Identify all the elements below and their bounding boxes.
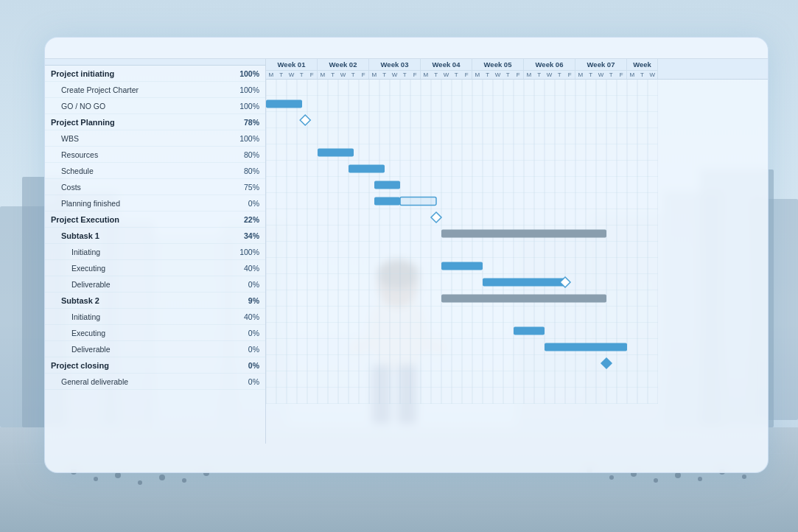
task-name-cell: Executing <box>51 264 215 273</box>
task-row: Initiating100% <box>45 244 265 260</box>
day-label: M <box>627 71 637 79</box>
task-name-cell: Deliverable <box>51 280 215 289</box>
task-progress-cell: 0% <box>215 329 259 337</box>
day-labels-row: MTWTF <box>524 71 575 79</box>
svg-point-16 <box>94 477 98 481</box>
chart-row <box>266 128 658 144</box>
day-labels-row: MTWTF <box>575 71 626 79</box>
chart-row <box>266 307 658 323</box>
week-column: Week 04MTWTF <box>421 59 472 79</box>
day-label: T <box>637 71 648 79</box>
day-label: W <box>338 71 349 79</box>
task-name-cell: Create Project Charter <box>51 85 215 94</box>
task-row: Create Project Charter100% <box>45 82 265 98</box>
task-row: WBS100% <box>45 130 265 147</box>
task-row: Resources80% <box>45 147 265 163</box>
day-label: T <box>296 71 307 79</box>
day-labels-row: MTWTF <box>369 71 420 79</box>
chart-row <box>266 242 658 258</box>
task-row: Project initiating100% <box>45 66 265 82</box>
chart-row <box>266 323 658 339</box>
panel-title <box>45 38 768 49</box>
day-label: F <box>307 71 317 79</box>
task-progress-cell: 80% <box>215 150 259 159</box>
day-label: T <box>451 71 461 79</box>
chart-row <box>266 339 658 355</box>
week-label: Week 06 <box>524 59 575 71</box>
chart-row <box>266 112 658 128</box>
day-label: T <box>554 71 564 79</box>
task-progress-cell: 0% <box>215 199 259 208</box>
task-row: Project Planning78% <box>45 114 265 130</box>
task-progress-cell: 0% <box>215 280 259 289</box>
week-column: Week 02MTWTF <box>318 59 369 79</box>
week-column: Week 06MTWTF <box>524 59 575 79</box>
task-name-cell: Initiating <box>51 248 215 256</box>
task-row: Schedule80% <box>45 163 265 179</box>
day-label: M <box>421 71 431 79</box>
task-name-cell: Executing <box>51 329 215 337</box>
task-row: GO / NO GO100% <box>45 98 265 114</box>
chart-row <box>266 290 658 307</box>
chart-row <box>266 161 658 177</box>
day-label: T <box>586 71 596 79</box>
day-labels-row: MTWTF <box>318 71 368 79</box>
day-label: F <box>616 71 626 79</box>
task-progress-cell: 9% <box>215 296 259 305</box>
chart-row <box>266 274 658 290</box>
day-label: M <box>318 71 328 79</box>
task-name-cell: Project Execution <box>51 215 215 224</box>
day-label: F <box>513 71 523 79</box>
chart-row <box>266 371 658 388</box>
week-headers: Week 01MTWTFWeek 02MTWTFWeek 03MTWTFWeek… <box>266 59 768 80</box>
day-label: T <box>328 71 338 79</box>
day-label: T <box>606 71 616 79</box>
task-name-cell: General deliverable <box>51 377 215 386</box>
day-labels-row: MTW <box>627 71 657 79</box>
day-label: F <box>410 71 420 79</box>
day-label: F <box>461 71 472 79</box>
week-column: Week 03MTWTF <box>369 59 421 79</box>
week-column: Week 05MTWTF <box>472 59 524 79</box>
week-label: Week 04 <box>421 59 472 71</box>
task-row: Project closing0% <box>45 357 265 374</box>
day-label: M <box>472 71 483 79</box>
day-labels-row: MTWTF <box>472 71 523 79</box>
gantt-panel: Project initiating100%Create Project Cha… <box>44 37 769 473</box>
task-progress-cell: 100% <box>215 248 259 256</box>
task-name-cell: WBS <box>51 134 215 143</box>
day-labels-row: MTWTF <box>266 71 317 79</box>
task-progress-cell: 100% <box>215 69 259 78</box>
task-name-cell: Initiating <box>51 312 215 321</box>
day-label: T <box>379 71 390 79</box>
task-progress-cell: 40% <box>215 312 259 321</box>
task-list-header <box>45 59 265 66</box>
week-column: Week 01MTWTF <box>266 59 318 79</box>
task-progress-cell: 78% <box>215 118 259 127</box>
svg-point-29 <box>742 475 746 479</box>
day-label: T <box>276 71 287 79</box>
day-label: M <box>266 71 276 79</box>
week-column: Week 07MTWTF <box>575 59 627 79</box>
task-progress-cell: 80% <box>215 167 259 175</box>
task-progress-cell: 0% <box>215 361 259 370</box>
chart-row <box>266 144 658 161</box>
task-name-cell: Costs <box>51 183 215 192</box>
gantt-table: Project initiating100%Create Project Cha… <box>45 59 768 444</box>
task-name-cell: Project initiating <box>51 69 215 78</box>
task-row: Planning finished0% <box>45 195 265 211</box>
chart-row <box>266 193 658 209</box>
chart-row <box>266 80 658 96</box>
day-label: M <box>575 71 586 79</box>
day-label: W <box>390 71 400 79</box>
day-label: T <box>399 71 410 79</box>
task-rows-container: Project initiating100%Create Project Cha… <box>45 66 265 390</box>
week-label: Week 07 <box>575 59 626 71</box>
svg-point-17 <box>115 472 121 478</box>
svg-point-19 <box>159 475 165 480</box>
day-label: T <box>431 71 441 79</box>
chart-rows-area <box>266 80 658 404</box>
day-label: T <box>503 71 513 79</box>
day-label: M <box>524 71 534 79</box>
day-label: T <box>348 71 358 79</box>
